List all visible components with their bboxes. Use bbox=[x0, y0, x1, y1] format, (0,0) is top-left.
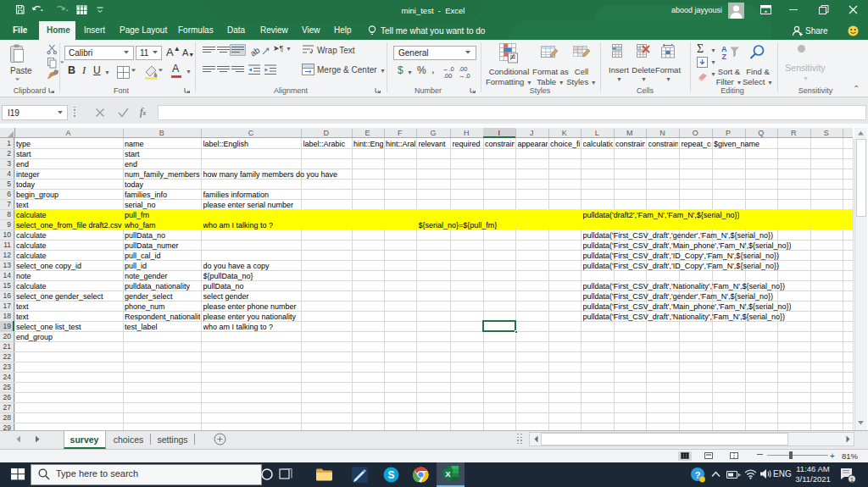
svg-text:Z: Z bbox=[722, 53, 727, 61]
svg-text:1: 1 bbox=[850, 476, 854, 484]
svg-text:ab: ab bbox=[251, 45, 262, 58]
svg-text:S: S bbox=[387, 469, 394, 481]
svg-text:→.0: →.0 bbox=[459, 72, 470, 80]
svg-text:.00: .00 bbox=[443, 72, 452, 80]
svg-text:X: X bbox=[445, 469, 451, 479]
svg-text:Paste: Paste bbox=[10, 66, 32, 75]
